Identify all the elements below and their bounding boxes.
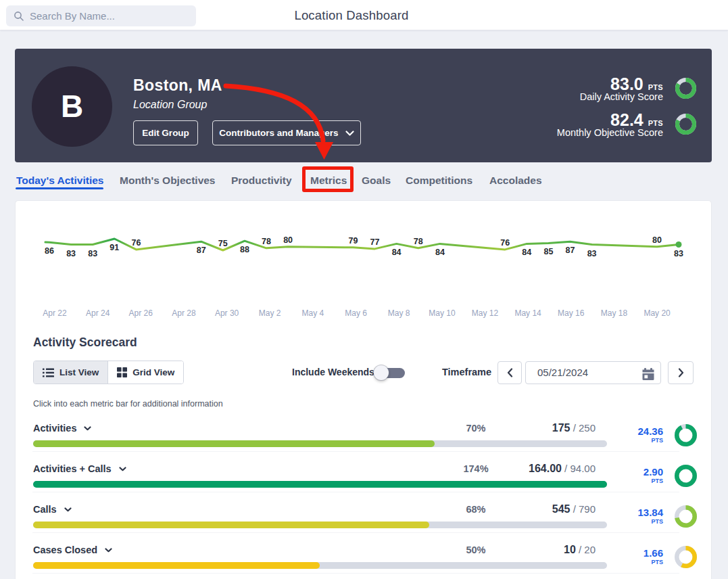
svg-text:May 16: May 16 <box>558 308 585 318</box>
svg-text:May 6: May 6 <box>345 308 367 318</box>
svg-text:87: 87 <box>566 246 575 255</box>
svg-text:83: 83 <box>587 249 597 258</box>
svg-text:83: 83 <box>674 249 683 258</box>
svg-text:83: 83 <box>88 249 97 258</box>
svg-text:80: 80 <box>652 235 662 245</box>
svg-text:88: 88 <box>240 245 249 254</box>
svg-text:May 8: May 8 <box>388 308 410 318</box>
svg-text:83: 83 <box>66 249 76 258</box>
svg-text:80: 80 <box>283 235 293 245</box>
svg-text:78: 78 <box>262 237 271 246</box>
svg-text:77: 77 <box>370 237 380 247</box>
svg-text:Apr 26: Apr 26 <box>129 308 153 318</box>
svg-text:79: 79 <box>348 236 358 246</box>
svg-text:84: 84 <box>522 248 531 257</box>
svg-text:85: 85 <box>543 247 553 256</box>
svg-text:78: 78 <box>414 237 423 246</box>
svg-text:75: 75 <box>218 239 228 248</box>
svg-text:Apr 24: Apr 24 <box>86 308 110 318</box>
svg-text:May 14: May 14 <box>514 308 541 318</box>
svg-text:91: 91 <box>110 243 119 252</box>
svg-text:May 10: May 10 <box>429 308 456 318</box>
svg-text:Apr 22: Apr 22 <box>43 308 67 318</box>
svg-text:87: 87 <box>197 246 206 255</box>
svg-text:May 12: May 12 <box>472 308 499 318</box>
svg-text:86: 86 <box>45 246 54 256</box>
svg-text:Apr 30: Apr 30 <box>215 308 239 318</box>
svg-text:May 2: May 2 <box>259 308 281 318</box>
svg-text:Apr 28: Apr 28 <box>172 308 196 318</box>
svg-text:May 4: May 4 <box>302 308 324 318</box>
svg-text:76: 76 <box>500 238 510 248</box>
svg-text:84: 84 <box>435 248 445 257</box>
svg-text:May 18: May 18 <box>601 308 628 318</box>
svg-text:76: 76 <box>131 238 141 248</box>
svg-text:84: 84 <box>392 248 402 257</box>
svg-text:May 20: May 20 <box>644 308 671 318</box>
